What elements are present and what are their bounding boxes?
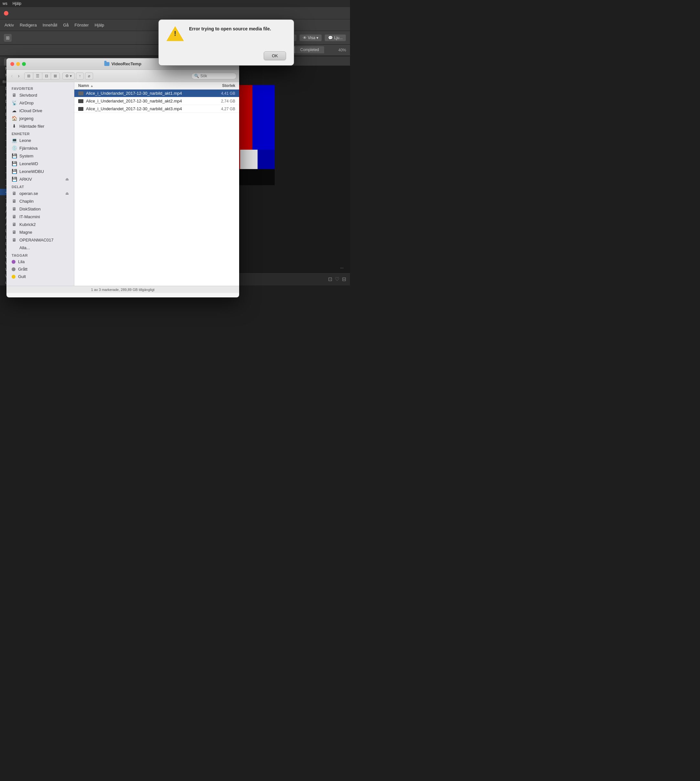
sidebar-item-chaplin[interactable]: 🖥 Chaplin	[7, 197, 74, 205]
operan-eject-icon[interactable]: ⏏	[65, 191, 69, 195]
finder-search: 🔍	[191, 73, 237, 79]
sidebar-item-magne[interactable]: 🖥 Magne	[7, 228, 74, 236]
sidebar-item-leonewdbu[interactable]: 💾 LeoneWDBU	[7, 167, 74, 175]
finder-minimize-button[interactable]	[16, 62, 20, 66]
finder-zoom-button[interactable]	[22, 62, 26, 66]
leone-icon: 💻	[12, 138, 17, 143]
sidebar-toggle-button[interactable]: ⊞	[4, 34, 12, 42]
view-list-button[interactable]: ☰	[33, 73, 42, 79]
menu-ga[interactable]: Gå	[61, 22, 70, 28]
finder-body: Favoriter 🖥 Skrivbord 📡 AirDrop ☁ iCloud…	[7, 82, 239, 286]
finder-window: VideoRecTemp ‹ › ⊞ ☰ ⊟ ⊠ ⚙ ▾ ↑ ⌀ 🔍 Favor…	[7, 58, 239, 297]
back-button[interactable]: ‹	[9, 72, 15, 80]
column-size[interactable]: Storlek	[206, 83, 235, 88]
file-list-header: Namn ▲ Storlek	[74, 82, 239, 90]
arrange-button[interactable]: ⚙ ▾	[62, 72, 75, 80]
sidebar-item-gratt[interactable]: Grått	[7, 265, 74, 273]
search-input[interactable]	[200, 74, 234, 78]
menu-arkiv[interactable]: Arkiv	[3, 22, 16, 28]
operanmac017-icon: 🖥	[12, 237, 17, 242]
view-cover-button[interactable]: ⊠	[51, 73, 60, 79]
folder-icon	[104, 62, 110, 66]
visa-icon: 👁	[303, 35, 307, 40]
arkiv-eject-icon[interactable]: ⏏	[65, 177, 69, 181]
alla-icon	[12, 245, 17, 250]
percent-label: 40%	[338, 48, 346, 52]
file-size-2: 4,27 GB	[206, 107, 235, 111]
finder-close-button[interactable]	[10, 62, 14, 66]
sidebar-item-kubrick2[interactable]: 🖥 Kubrick2	[7, 220, 74, 228]
file-row-1[interactable]: Alice_i_Underlandet_2017-12-30_narbild_a…	[74, 97, 239, 105]
menu-innehall[interactable]: Innehåll	[41, 22, 60, 28]
app-toolbar: ×	[0, 7, 350, 19]
action-button[interactable]: ↑	[76, 72, 84, 80]
sidebar-item-lila[interactable]: Lila	[7, 258, 74, 265]
menu-ws[interactable]: ws	[3, 1, 7, 6]
arkiv-icon: 💾	[12, 177, 17, 182]
sidebar-item-diskstation[interactable]: 🖥 DiskStation	[7, 205, 74, 213]
menu-help[interactable]: Hjälp	[13, 1, 21, 6]
kubrick2-icon: 🖥	[12, 222, 17, 227]
sidebar-item-arkiv[interactable]: 💾 ARKIV ⏏	[7, 175, 74, 183]
sidebar-item-skrivbord[interactable]: 🖥 Skrivbord	[7, 91, 74, 99]
warning-exclaim: !	[174, 30, 176, 37]
colorbar-low-8	[258, 150, 275, 169]
finder-files: Namn ▲ Storlek Alice_i_Underlandet_2017-…	[74, 82, 239, 286]
error-dialog: ! Error trying to open source media file…	[158, 19, 294, 66]
operan-icon: 🖥	[12, 191, 17, 196]
favorites-header: Favoriter	[7, 85, 74, 91]
close-button[interactable]: ×	[4, 11, 8, 15]
search-icon: 🔍	[194, 74, 199, 78]
shared-header: Delat	[7, 183, 74, 189]
visa-button[interactable]: 👁 Visa ▾	[299, 34, 322, 42]
sidebar-item-itmacmini[interactable]: 🖥 IT-Macmini	[7, 213, 74, 220]
colorbar-6	[252, 85, 275, 150]
menu-redigera[interactable]: Redigera	[18, 22, 39, 28]
view-icon-button[interactable]: ⊞	[25, 73, 33, 79]
sidebar-item-downloads[interactable]: ⬇ Hämtade filer	[7, 122, 74, 130]
sidebar-item-operanmac017[interactable]: 🖥 OPERANMAC017	[7, 236, 74, 244]
sidebar-item-system[interactable]: 💾 System	[7, 152, 74, 160]
share-button[interactable]: ⌀	[85, 72, 93, 80]
icloud-icon: ☁	[12, 108, 17, 113]
sidebar-item-gult[interactable]: Gult	[7, 273, 74, 280]
view-column-button[interactable]: ⊟	[42, 73, 51, 79]
sidebar-item-leonewd[interactable]: 💾 LeoneWD	[7, 160, 74, 167]
ok-button[interactable]: OK	[264, 52, 286, 60]
lju-button[interactable]: 💬 Lju...	[325, 34, 346, 42]
forward-button[interactable]: ›	[16, 72, 21, 80]
sidebar-item-leone[interactable]: 💻 Leone	[7, 137, 74, 144]
column-name[interactable]: Namn ▲	[78, 83, 206, 88]
subtitle-icon[interactable]: ⊟	[342, 276, 346, 282]
lju-icon: 💬	[328, 35, 333, 40]
sidebar-item-operan[interactable]: 🖥 operan.se ⏏	[7, 189, 74, 197]
traffic-lights	[10, 62, 26, 66]
file-size-1: 2,74 GB	[206, 99, 235, 103]
sidebar-item-jorgeng[interactable]: 🏠 jorgeng	[7, 114, 74, 122]
finder-title: VideoRecTemp	[104, 62, 142, 66]
devices-header: Enheter	[7, 130, 74, 137]
heart-icon[interactable]: ♡	[335, 276, 339, 282]
sidebar-item-alla[interactable]: Alla...	[7, 244, 74, 252]
warning-icon: !	[167, 26, 184, 43]
sidebar-item-airdrop[interactable]: 📡 AirDrop	[7, 99, 74, 107]
sidebar-item-fjärr[interactable]: 💿 Fjärrskiva	[7, 144, 74, 152]
leonewdbu-icon: 💾	[12, 169, 17, 174]
leonewd-icon: 💾	[12, 161, 17, 166]
menu-fonster[interactable]: Fönster	[73, 22, 91, 28]
finder-nav: ‹ › ⊞ ☰ ⊟ ⊠ ⚙ ▾ ↑ ⌀ 🔍	[7, 70, 239, 82]
menu-hjalp[interactable]: Hjälp	[93, 22, 106, 28]
view-buttons: ⊞ ☰ ⊟ ⊠	[24, 72, 60, 80]
file-icon-0	[78, 92, 83, 95]
itmacmini-icon: 🖥	[12, 214, 17, 219]
error-text-area: Error trying to open source media file.	[189, 26, 286, 33]
frame-icon[interactable]: ⊡	[328, 276, 332, 282]
file-icon-1	[78, 99, 83, 103]
tab-completed[interactable]: Completed	[295, 46, 324, 53]
file-row-0[interactable]: Alice_i_Underlandet_2017-12-30_narbild_a…	[74, 90, 239, 97]
sidebar-item-icloud[interactable]: ☁ iCloud Drive	[7, 107, 74, 114]
error-title: Error trying to open source media file.	[189, 26, 286, 32]
file-size-0: 4,41 GB	[206, 91, 235, 96]
colorbar-low-7	[240, 150, 257, 169]
file-row-2[interactable]: Alice_i_Underlandet_2017-12-30_narbild_a…	[74, 105, 239, 113]
